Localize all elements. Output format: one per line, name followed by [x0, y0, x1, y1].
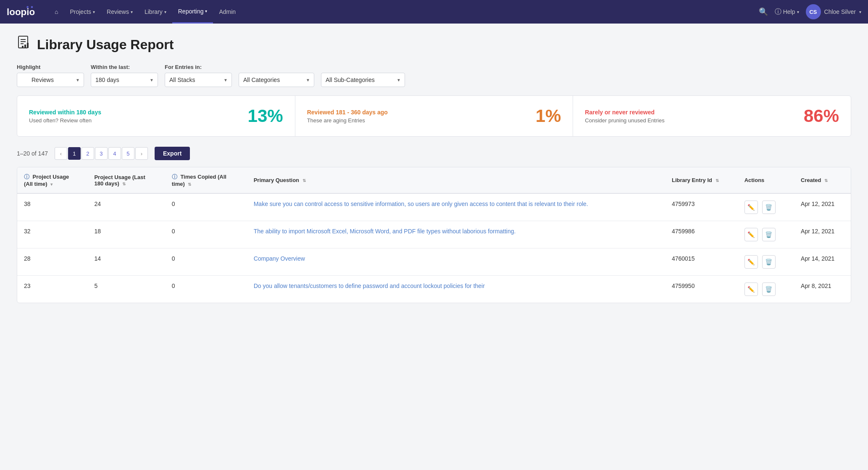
edit-button[interactable]: ✏️	[744, 228, 758, 241]
table-container: ⓘ Project Usage(All time) ▾ Project Usag…	[17, 167, 851, 303]
sort-icon[interactable]: ⇅	[188, 182, 191, 187]
entries-select[interactable]: All Stacks	[165, 73, 232, 87]
main-content: Library Usage Report Highlight ☰ Reviews…	[0, 24, 868, 470]
page-2[interactable]: 2	[82, 147, 94, 160]
col-project-usage-180: Project Usage (Last180 days) ⇅	[87, 167, 165, 193]
col-actions: Actions	[738, 167, 794, 193]
nav-reporting[interactable]: Reporting ▾	[172, 0, 213, 24]
svg-text:loopio: loopio	[7, 7, 35, 17]
cell-created: Apr 12, 2021	[794, 221, 851, 248]
stat-label-reviewed: Reviewed within 180 days	[29, 109, 101, 116]
page-title-row: Library Usage Report	[17, 35, 851, 54]
help-menu[interactable]: ⓘ Help ▾	[775, 8, 799, 16]
sort-icon[interactable]: ⇅	[122, 182, 126, 186]
categories-select-wrapper[interactable]: All Categories	[239, 73, 314, 87]
question-link[interactable]: The ability to import Microsoft Excel, M…	[254, 228, 516, 235]
stat-text-aging: Reviewed 181 - 360 days ago These are ag…	[307, 109, 388, 124]
chevron-down-icon: ▾	[131, 10, 133, 14]
nav-home[interactable]: ⌂	[49, 0, 64, 24]
nav-library[interactable]: Library ▾	[139, 0, 172, 24]
home-icon: ⌂	[55, 8, 58, 15]
stat-value-reviewed: 13%	[248, 106, 283, 126]
table-row: 23 5 0 Do you allow tenants/customers to…	[17, 276, 851, 303]
record-count: 1–20 of 147	[17, 150, 48, 157]
table-row: 32 18 0 The ability to import Microsoft …	[17, 221, 851, 248]
help-circle-icon: ⓘ	[775, 8, 781, 16]
export-button[interactable]: Export	[155, 147, 190, 160]
cell-entry-id: 4759986	[665, 221, 738, 248]
svg-rect-8	[27, 43, 29, 48]
nav-reviews[interactable]: Reviews ▾	[101, 0, 139, 24]
highlight-filter: Highlight ☰ Reviews	[17, 64, 84, 87]
search-icon[interactable]: 🔍	[759, 7, 768, 16]
page-prev[interactable]: ‹	[55, 147, 67, 160]
page-1[interactable]: 1	[68, 147, 81, 160]
page-5[interactable]: 5	[122, 147, 134, 160]
cell-project-usage-all: 23	[17, 276, 87, 303]
nav-library-label: Library	[145, 8, 163, 15]
cell-entry-id: 4760015	[665, 248, 738, 276]
table-controls: 1–20 of 147 ‹ 1 2 3 4 5 › Export	[17, 147, 851, 160]
delete-button[interactable]: 🗑️	[762, 228, 776, 241]
nav-projects-label: Projects	[70, 8, 91, 15]
cell-times-copied: 0	[165, 193, 247, 221]
delete-button[interactable]: 🗑️	[762, 283, 776, 296]
edit-button[interactable]: ✏️	[744, 255, 758, 269]
cell-question: Make sure you can control access to sens…	[247, 193, 665, 221]
svg-rect-9	[22, 46, 24, 48]
sort-icon[interactable]: ⇅	[824, 178, 828, 183]
highlight-select-wrapper[interactable]: ☰ Reviews	[17, 73, 84, 87]
svg-point-1	[26, 6, 29, 8]
nav-projects[interactable]: Projects ▾	[64, 0, 101, 24]
cell-actions: ✏️ 🗑️	[738, 248, 794, 276]
delete-button[interactable]: 🗑️	[762, 255, 776, 269]
within-select[interactable]: 180 days	[91, 73, 158, 87]
entries-select-wrapper[interactable]: All Stacks	[165, 73, 232, 87]
sort-icon[interactable]: ▾	[50, 182, 53, 187]
page-3[interactable]: 3	[95, 147, 108, 160]
cell-question: Do you allow tenants/customers to define…	[247, 276, 665, 303]
subcategories-select[interactable]: All Sub-Categories	[321, 73, 405, 87]
nav-reviews-label: Reviews	[107, 8, 129, 15]
question-link[interactable]: Do you allow tenants/customers to define…	[254, 283, 485, 289]
within-select-wrapper[interactable]: 180 days	[91, 73, 158, 87]
subcategories-select-wrapper[interactable]: All Sub-Categories	[321, 73, 405, 87]
sort-icon[interactable]: ⇅	[715, 178, 719, 183]
question-link[interactable]: Company Overview	[254, 255, 305, 262]
question-link[interactable]: Make sure you can control access to sens…	[254, 201, 588, 207]
cell-usage-180: 18	[87, 221, 165, 248]
info-icon: ⓘ	[24, 174, 29, 180]
help-label: Help	[783, 8, 795, 15]
cell-times-copied: 0	[165, 221, 247, 248]
page-4[interactable]: 4	[108, 147, 121, 160]
cell-actions: ✏️ 🗑️	[738, 276, 794, 303]
subcategories-filter: All Sub-Categories	[321, 73, 405, 87]
nav-admin[interactable]: Admin	[213, 0, 242, 24]
avatar: CS	[806, 4, 821, 19]
cell-times-copied: 0	[165, 276, 247, 303]
cell-actions: ✏️ 🗑️	[738, 221, 794, 248]
stat-card-never: Rarely or never reviewed Consider prunin…	[573, 96, 851, 136]
logo[interactable]: loopio	[7, 4, 40, 19]
user-name: Chloe Silver	[824, 8, 856, 15]
sort-icon[interactable]: ⇅	[302, 178, 306, 183]
stat-label-never: Rarely or never reviewed	[585, 109, 664, 116]
stat-sublabel-never: Consider pruning unused Entries	[585, 117, 664, 124]
entries-label: For Entries in:	[165, 64, 232, 70]
cell-usage-180: 5	[87, 276, 165, 303]
svg-point-2	[31, 6, 33, 8]
chevron-down-icon: ▾	[164, 10, 166, 14]
table-body: 38 24 0 Make sure you can control access…	[17, 193, 851, 303]
stats-row: Reviewed within 180 days Used often? Rev…	[17, 95, 851, 137]
edit-button[interactable]: ✏️	[744, 201, 758, 214]
cell-project-usage-all: 38	[17, 193, 87, 221]
edit-button[interactable]: ✏️	[744, 283, 758, 296]
user-menu[interactable]: CS Chloe Silver ▾	[806, 4, 861, 19]
page-next[interactable]: ›	[135, 147, 148, 160]
cell-created: Apr 12, 2021	[794, 193, 851, 221]
highlight-select[interactable]: Reviews	[17, 73, 84, 87]
delete-button[interactable]: 🗑️	[762, 201, 776, 214]
stat-value-aging: 1%	[536, 106, 561, 126]
categories-select[interactable]: All Categories	[239, 73, 314, 87]
highlight-label: Highlight	[17, 64, 84, 70]
